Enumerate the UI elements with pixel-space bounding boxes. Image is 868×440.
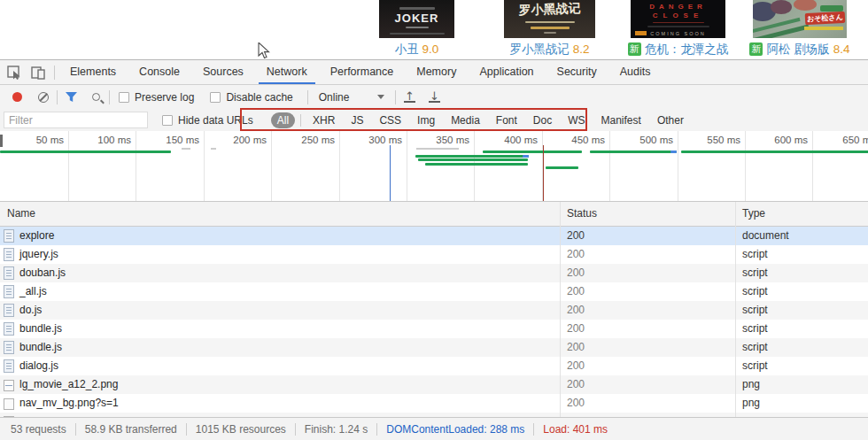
hide-data-urls-checkbox[interactable]: Hide data URLs [162, 114, 253, 127]
table-row[interactable]: jquery.js200script [0, 245, 868, 264]
tab-memory[interactable]: Memory [405, 60, 468, 84]
inspect-element-icon[interactable] [7, 66, 22, 80]
request-status-cell: 200 [560, 394, 735, 413]
waterfall-faint-mark [416, 148, 459, 150]
export-har-button[interactable]: ↓ [424, 89, 444, 106]
movie-rating: 8.2 [573, 42, 590, 56]
tab-elements[interactable]: Elements [58, 60, 128, 84]
movie-title-link[interactable]: 罗小黑战记 [509, 42, 570, 56]
movie-title-link[interactable]: 危机：龙潭之战 [645, 42, 729, 56]
filter-pill-doc[interactable]: Doc [527, 112, 558, 128]
request-name: do.js [19, 301, 42, 320]
table-row[interactable]: dialog.js200script [0, 357, 868, 375]
filter-toggle-button[interactable] [61, 89, 81, 106]
column-header-type[interactable]: Type [735, 202, 868, 226]
movie-title-link[interactable]: 阿松 剧场版 [766, 42, 829, 56]
filter-pill-img[interactable]: Img [411, 112, 441, 128]
filter-pill-other[interactable]: Other [651, 112, 690, 128]
checkbox-icon [162, 115, 173, 126]
poster-logo: おそ松さん [805, 12, 845, 25]
request-type-cell: script [735, 245, 868, 264]
filter-input[interactable] [4, 112, 148, 128]
request-status-cell: 200 [560, 282, 735, 301]
table-row[interactable]: do.js200script [0, 301, 868, 320]
request-name: douban.js [19, 264, 66, 282]
waterfall-bar [0, 151, 171, 153]
funnel-icon [65, 91, 78, 103]
statusbar-item: 58.9 KB transferred [85, 423, 177, 436]
movie-poster[interactable]: おそ松さん [753, 0, 847, 38]
statusbar-separator [295, 423, 296, 436]
tab-sources[interactable]: Sources [191, 60, 255, 84]
request-type-cell: script [735, 264, 868, 282]
import-har-button[interactable]: ↑ [399, 89, 419, 106]
file-type-icon [4, 266, 14, 280]
statusbar-separator [533, 423, 534, 436]
waterfall-faint-mark [182, 148, 190, 150]
poster-title: JOKER [379, 12, 454, 25]
timeline-tick-label: 400 ms [474, 135, 538, 145]
tab-audits[interactable]: Audits [608, 60, 663, 84]
preserve-log-checkbox[interactable]: Preserve log [119, 91, 194, 104]
table-row[interactable]: nav_mv_bg.png?s=1200png [0, 394, 868, 413]
timeline-tick-label: 650 ms [812, 135, 868, 145]
movie-title-link[interactable]: 小丑 [395, 42, 419, 56]
filter-pill-manifest[interactable]: Manifest [595, 112, 647, 128]
movie-poster[interactable]: 罗小黑战记 [504, 0, 595, 38]
table-row[interactable]: bundle.js200script [0, 338, 868, 357]
filter-pill-media[interactable]: Media [445, 112, 486, 128]
filter-pill-xhr[interactable]: XHR [306, 112, 341, 128]
file-type-icon [4, 398, 14, 410]
column-header-status[interactable]: Status [560, 202, 735, 226]
request-name: bundle.js [19, 320, 62, 338]
table-row[interactable]: _all.js200script [0, 282, 868, 301]
toolbar-separator [109, 90, 110, 104]
table-row[interactable]: explore200document [0, 227, 868, 245]
search-icon [92, 93, 100, 101]
file-type-icon [4, 341, 14, 354]
movie-rating: 9.0 [422, 42, 439, 56]
table-row[interactable]: douban.js200script [0, 264, 868, 282]
request-name-cell: douban.js [0, 264, 560, 282]
timeline-tick-label: 450 ms [541, 135, 605, 145]
filter-pill-font[interactable]: Font [490, 112, 523, 128]
statusbar-item: DOMContentLoaded: 288 ms [386, 423, 524, 436]
movie-poster[interactable]: JOKER [379, 0, 454, 38]
record-button[interactable] [7, 89, 27, 106]
file-type-icon [4, 359, 14, 373]
movie-caption[interactable]: 新阿松 剧场版8.4 [720, 42, 868, 58]
movie-poster[interactable]: DANGERCLOSECOMING SOON [631, 0, 725, 38]
throttling-select[interactable]: Online [319, 91, 385, 104]
timeline-overview[interactable]: 50 ms100 ms150 ms200 ms250 ms300 ms350 m… [0, 131, 868, 202]
timeline-tick-label: 350 ms [406, 135, 469, 145]
tab-application[interactable]: Application [468, 60, 545, 84]
column-header-name[interactable]: Name [0, 202, 560, 226]
table-row[interactable]: bundle.js200script [0, 320, 868, 338]
network-filterbar: Hide data URLs AllXHRJSCSSImgMediaFontDo… [0, 109, 868, 131]
preserve-log-label: Preserve log [135, 91, 194, 104]
table-row[interactable]: lg_movie_a12_2.png200png [0, 375, 868, 394]
movie-rating: 8.4 [833, 42, 850, 56]
tab-performance[interactable]: Performance [319, 60, 406, 84]
clear-button[interactable] [34, 89, 53, 106]
search-button[interactable] [86, 89, 105, 106]
requests-table: Name Status Type explore200documentjquer… [0, 202, 868, 417]
statusbar-separator [376, 423, 377, 436]
waterfall-bar [418, 158, 528, 161]
disable-cache-checkbox[interactable]: Disable cache [210, 91, 292, 104]
timeline-tick-label: 200 ms [203, 135, 267, 145]
filter-pill-css[interactable]: CSS [373, 112, 407, 128]
timeline-tick-label: 300 ms [338, 135, 402, 145]
tab-network[interactable]: Network [255, 60, 319, 84]
tab-console[interactable]: Console [128, 60, 191, 84]
hide-data-urls-label: Hide data URLs [178, 114, 253, 127]
filter-pill-js[interactable]: JS [345, 112, 369, 128]
waterfall-bar [483, 151, 582, 153]
filter-pill-all[interactable]: All [271, 112, 295, 128]
filter-pill-ws[interactable]: WS [562, 112, 591, 128]
waterfall-bar [590, 151, 677, 153]
device-toolbar-icon[interactable] [31, 66, 45, 80]
tab-security[interactable]: Security [546, 60, 608, 84]
timeline-event-line-load [543, 145, 544, 201]
poster-title-line2: CLOSE [631, 12, 725, 19]
